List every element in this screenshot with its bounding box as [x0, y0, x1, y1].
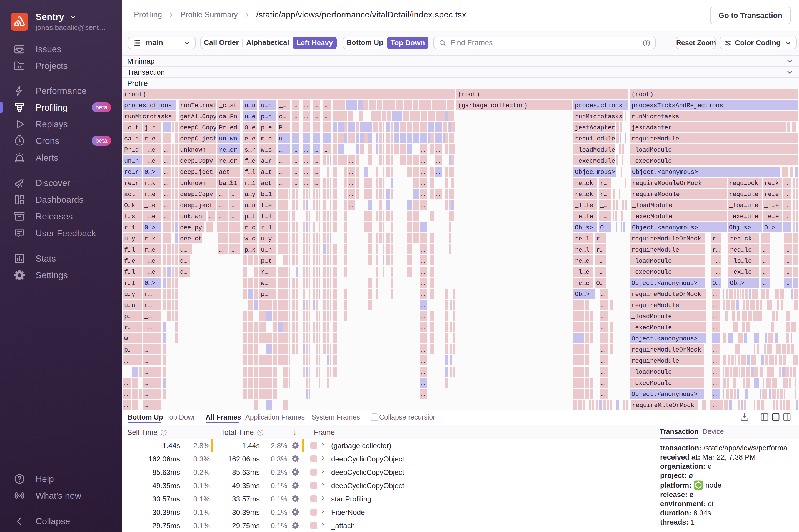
svg-text:…: … — [421, 191, 425, 198]
svg-text:ba…$1: ba…$1 — [219, 180, 237, 187]
svg-text:…: … — [279, 158, 282, 165]
svg-text:r…1: r…1 — [124, 224, 135, 231]
svg-text:…: … — [145, 380, 148, 387]
svg-text:…: … — [785, 235, 789, 242]
svg-text:Object.<anonymous>: Object.<anonymous> — [632, 169, 698, 176]
svg-text:…: … — [124, 391, 128, 398]
svg-text:_…e: _…e — [144, 158, 155, 165]
svg-text:…: … — [421, 346, 425, 354]
svg-text:…: … — [325, 147, 328, 154]
svg-text:(root): (root) — [124, 91, 146, 98]
svg-text:re…r: re…r — [124, 180, 139, 187]
svg-text:_…: _… — [600, 213, 607, 220]
svg-text:…: … — [315, 125, 318, 131]
svg-text:requireModuleOrMock: requireModuleOrMock — [631, 235, 701, 242]
svg-text:re…er: re…er — [219, 158, 237, 165]
svg-text:…: … — [421, 380, 425, 387]
svg-text:…: … — [325, 135, 328, 142]
svg-text:_l…e: _l…e — [575, 269, 590, 276]
svg-text:_loadModule: _loadModule — [632, 202, 672, 209]
svg-text:Ob…>: Ob…> — [730, 280, 745, 287]
svg-text:requi…odule: requi…odule — [575, 135, 615, 142]
svg-text:…: … — [164, 147, 168, 154]
svg-text:O…: O… — [712, 280, 720, 287]
svg-text:…: … — [784, 202, 788, 209]
svg-text:…: … — [436, 147, 440, 154]
svg-text:_l…e: _l…e — [764, 202, 779, 209]
svg-text:unk…wn: unk…wn — [180, 213, 202, 220]
svg-text:…: … — [219, 213, 223, 220]
svg-text:…: … — [784, 191, 788, 198]
svg-text:runMicrotasks: runMicrotasks — [575, 113, 623, 120]
svg-text:…: … — [763, 235, 766, 242]
svg-text:…: … — [349, 158, 353, 165]
svg-text:…: … — [145, 358, 148, 365]
svg-text:…: … — [785, 247, 789, 253]
svg-text:Ob…>: Ob…> — [575, 291, 590, 298]
svg-text:O…k: O…k — [124, 202, 135, 209]
svg-text:proces…ctions: proces…ctions — [124, 102, 172, 109]
svg-text:m…d: m…d — [261, 135, 272, 142]
svg-text:r…1: r…1 — [244, 180, 256, 187]
svg-text:…: … — [601, 336, 605, 342]
svg-text:…: … — [421, 135, 425, 142]
svg-text:…: … — [421, 369, 425, 376]
svg-text:Pr…d: Pr…d — [124, 147, 139, 154]
svg-text:re…e: re…e — [764, 191, 779, 198]
svg-text:j…r: j…r — [145, 125, 155, 131]
svg-text:_…e: _…e — [144, 202, 155, 209]
svg-text:…: … — [304, 102, 308, 109]
svg-text:…: … — [293, 113, 297, 120]
svg-text:p…t: p…t — [244, 213, 256, 220]
svg-text:…: … — [421, 324, 425, 331]
svg-text:…: … — [325, 102, 328, 109]
svg-text:O…: O… — [600, 224, 607, 231]
svg-text:req…le: req…le — [730, 247, 752, 253]
svg-text:…: … — [421, 258, 425, 265]
svg-text:un…n: un…n — [124, 158, 139, 165]
svg-text:_loadModule: _loadModule — [631, 369, 672, 376]
svg-text:u…n: u…n — [261, 247, 272, 253]
svg-text:dee…py: dee…py — [180, 224, 202, 231]
svg-text:ca…Fn: ca…Fn — [219, 113, 237, 120]
svg-text:…: … — [713, 358, 717, 365]
svg-text:dee…ct: dee…ct — [180, 235, 202, 242]
svg-text:…: … — [601, 369, 605, 376]
svg-text:…: … — [293, 125, 297, 131]
svg-text:…: … — [601, 380, 605, 387]
svg-text:u…y: u…y — [124, 235, 135, 242]
svg-text:p…t: p…t — [261, 258, 272, 265]
svg-text:…: … — [293, 169, 297, 176]
svg-text:w…: w… — [124, 336, 131, 342]
svg-text:…: … — [124, 402, 128, 409]
svg-text:req…ck: req…ck — [730, 235, 752, 242]
svg-text:…: … — [279, 169, 282, 176]
svg-text:requireModule: requireModule — [631, 247, 679, 253]
svg-text:…: … — [164, 125, 168, 131]
svg-text:r…: r… — [600, 180, 607, 187]
svg-text:r…e: r…e — [145, 247, 155, 253]
svg-text:runTe…rnal: runTe…rnal — [180, 102, 217, 109]
svg-text:…: … — [293, 180, 297, 187]
svg-text:_loadModule: _loadModule — [631, 313, 672, 320]
svg-text:…: … — [315, 180, 318, 187]
svg-text:…: … — [421, 280, 425, 287]
svg-text:f…e: f…e — [261, 202, 272, 209]
svg-text:…: … — [230, 191, 234, 198]
svg-text:…: … — [349, 169, 353, 176]
svg-text:requireModule: requireModule — [631, 358, 679, 365]
svg-text:unknown: unknown — [180, 147, 206, 154]
svg-text:re…e: re…e — [575, 258, 590, 265]
svg-text:…: … — [315, 169, 318, 176]
svg-text:f…e: f…e — [244, 158, 256, 165]
svg-text:…: … — [145, 391, 148, 398]
svg-text:…: … — [713, 380, 717, 387]
svg-text:…: … — [785, 258, 789, 265]
svg-text:…: … — [349, 135, 353, 142]
svg-text:f…l: f…l — [244, 169, 256, 176]
svg-text:…: … — [293, 158, 297, 165]
svg-text:…: … — [713, 391, 717, 398]
svg-text:act: act — [124, 191, 135, 198]
svg-text:…: … — [207, 224, 211, 231]
svg-text:deep…ject: deep…ject — [180, 202, 213, 209]
